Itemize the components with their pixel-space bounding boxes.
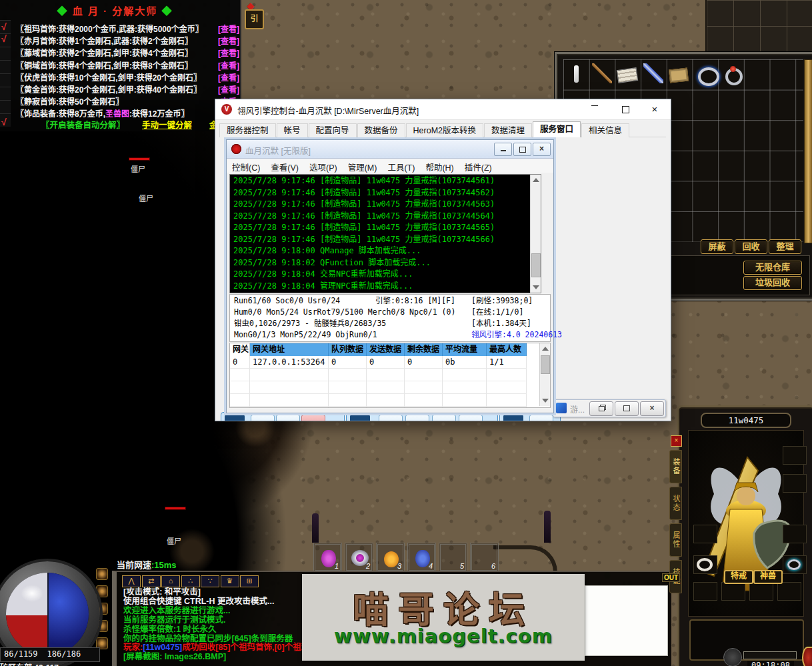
gem-ring-item[interactable] — [721, 63, 742, 85]
refresh-icon[interactable]: ⇄ — [142, 575, 161, 587]
belt-slot-number: 6 — [491, 562, 495, 570]
equip-slot-weapon[interactable] — [783, 474, 807, 493]
scroll-thumb[interactable] — [541, 355, 550, 374]
menu-item[interactable]: 选项(P) — [304, 159, 343, 173]
column-header[interactable]: 发送数据 — [367, 343, 405, 356]
column-header[interactable]: 剩余数据 — [405, 343, 443, 356]
scroll-up-icon[interactable] — [533, 178, 539, 182]
menu-item[interactable]: 工具(T) — [382, 159, 420, 173]
speaker-icon[interactable] — [96, 568, 108, 580]
char-tab-属性[interactable]: 属性 — [669, 523, 682, 557]
party-icon[interactable]: ∴ — [181, 575, 200, 587]
inner-minimize-button[interactable] — [494, 143, 512, 156]
view-link[interactable]: [查看] — [218, 59, 239, 71]
view-link[interactable]: [查看] — [218, 83, 239, 95]
minimized-panel-button[interactable]: 引 — [245, 9, 264, 29]
scroll-thumb[interactable] — [531, 253, 541, 277]
scroll-down-icon[interactable] — [542, 399, 549, 403]
char-tab-装备[interactable]: 装备 — [669, 450, 682, 483]
friends-icon[interactable]: ∵ — [201, 575, 219, 587]
equip-slot-b4[interactable] — [777, 582, 801, 601]
tab-相关信息[interactable]: 相关信息 — [581, 123, 629, 137]
manual-decompose-link[interactable]: 手动一键分解 — [142, 121, 192, 130]
divine-beast-button[interactable]: 神兽 — [753, 570, 783, 584]
tab-帐号[interactable]: 帐号 — [277, 123, 308, 137]
view-link[interactable]: [查看] — [218, 23, 239, 34]
sort-button[interactable]: 整理 — [769, 239, 801, 254]
stick-item[interactable] — [592, 63, 613, 85]
restore-button[interactable] — [615, 401, 639, 416]
white-ring-item[interactable] — [697, 558, 713, 571]
menu-item[interactable]: 插件(Z) — [459, 159, 497, 173]
inner-maximize-button[interactable] — [513, 143, 531, 156]
column-header[interactable]: 队列数据 — [329, 343, 367, 356]
grid-icon[interactable]: ⊞ — [240, 575, 259, 587]
equip-slot-b3[interactable] — [749, 582, 773, 601]
maximize-button[interactable] — [611, 99, 640, 119]
close-icon[interactable]: × — [671, 435, 682, 447]
column-header[interactable]: 网关 — [230, 343, 250, 356]
book-item[interactable] — [669, 63, 691, 85]
equip-slot-necklace[interactable] — [783, 446, 807, 465]
scroll-down-icon[interactable] — [533, 285, 539, 289]
equip-slot-left[interactable] — [693, 525, 717, 543]
close-button[interactable]: × — [640, 99, 669, 119]
menu-item[interactable]: 查看(V) — [265, 159, 304, 173]
console-scrollbar[interactable] — [530, 175, 541, 293]
dialog-titlebar[interactable]: V 翎风引擎控制台-血月沉默 [D:\MirServer血月沉默] × — [215, 99, 671, 120]
inner-close-button[interactable]: × — [533, 143, 551, 156]
view-link[interactable]: [查看] — [218, 47, 239, 58]
column-header[interactable]: 网关地址 — [250, 343, 329, 356]
auto-decompose-toggle[interactable]: 〖开启装备自动分解〗 — [41, 121, 125, 130]
view-link[interactable]: [查看] — [218, 35, 239, 46]
minimize-button[interactable] — [580, 99, 609, 119]
hide-button[interactable]: 屏蔽 — [701, 239, 733, 254]
inner-titlebar[interactable]: 血月沉默 [无限版] × — [227, 140, 553, 159]
party-icon[interactable] — [96, 585, 108, 597]
char-tab-状态[interactable]: 状态 — [669, 487, 682, 520]
bottom-input-bar[interactable] — [743, 651, 797, 659]
equip-slot-ring-left[interactable] — [693, 555, 717, 574]
scroll-up-icon[interactable] — [542, 347, 549, 351]
tab-HeroM2版本转换[interactable]: HeroM2版本转换 — [406, 123, 483, 137]
red-orb-button[interactable] — [802, 647, 812, 666]
tab-服务窗口[interactable]: 服务窗口 — [533, 121, 581, 137]
tab-服务器控制[interactable]: 服务器控制 — [219, 123, 276, 137]
equip-slot-b1[interactable] — [693, 582, 717, 601]
blue-ring-item[interactable] — [695, 63, 717, 85]
tab-数据清理[interactable]: 数据清理 — [484, 123, 532, 137]
belt-slot-2[interactable]: 2 — [345, 543, 373, 572]
rank-icon[interactable]: ♛ — [221, 575, 239, 587]
menu-item[interactable]: 控制(C) — [227, 159, 265, 173]
belt-slot-6[interactable]: 6 — [470, 543, 499, 572]
recycle-button[interactable]: 回收 — [735, 239, 767, 254]
trash-recycle-button[interactable]: 垃圾回收 — [743, 276, 802, 290]
blue-scroll-item[interactable] — [643, 63, 665, 85]
table-scrollbar[interactable] — [539, 343, 550, 406]
menu-item[interactable]: 管理(M) — [343, 159, 383, 173]
belt-slot-5[interactable]: 5 — [439, 543, 467, 572]
column-header[interactable]: 最高人数 — [487, 343, 527, 356]
tab-配置向导[interactable]: 配置向导 — [309, 123, 357, 137]
column-header[interactable]: 平均流量 — [443, 343, 487, 356]
inventory-scrollbar[interactable] — [804, 59, 812, 243]
close-mdi-button[interactable]: × — [640, 401, 664, 416]
chat-line: 当前服务器运行于测试模式. — [123, 616, 309, 625]
belt-slot-4[interactable]: 4 — [407, 543, 436, 572]
menu-item[interactable]: 帮助(H) — [420, 159, 459, 173]
stats-icon[interactable]: ⋀ — [122, 575, 141, 587]
tab-数据备份[interactable]: 数据备份 — [357, 123, 405, 137]
home-icon[interactable]: ⌂ — [161, 575, 180, 587]
special-ring-button[interactable]: 特戒 — [724, 570, 753, 584]
belt-slot-3[interactable]: 3 — [376, 543, 405, 572]
cascade-button[interactable] — [589, 401, 613, 416]
equip-slot-b2[interactable] — [721, 582, 745, 601]
equip-slot-right[interactable] — [783, 525, 807, 543]
view-link[interactable]: [查看] — [218, 71, 239, 83]
candle-item[interactable] — [566, 63, 587, 85]
blue-gem-ring-item[interactable] — [787, 559, 801, 570]
equip-slot-ring-right[interactable] — [783, 555, 807, 574]
belt-slot-1[interactable]: 1 — [313, 543, 342, 572]
paper-bundle-item[interactable] — [617, 63, 639, 85]
infinite-storage-button[interactable]: 无限仓库 — [743, 261, 802, 275]
